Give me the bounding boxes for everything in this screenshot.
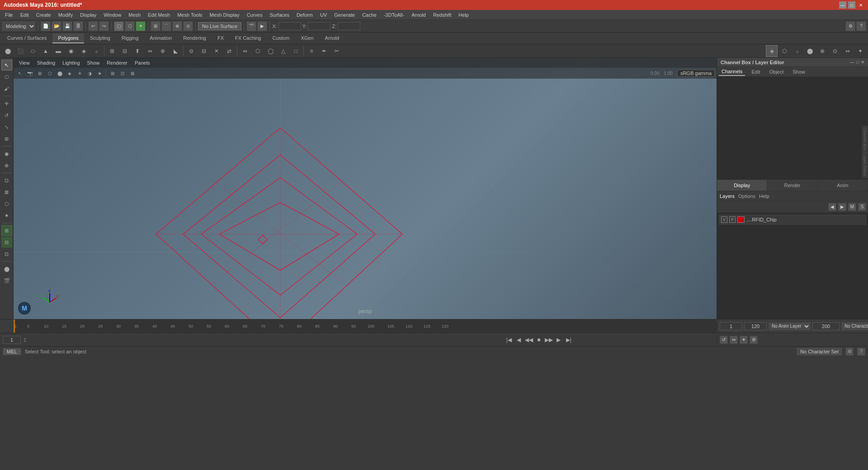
menu-arnold[interactable]: Arnold xyxy=(408,11,429,19)
ipr-render-button[interactable]: ▶ xyxy=(257,21,267,31)
vp-frame-sel-btn[interactable]: ⊠ xyxy=(128,69,137,77)
menu-generate[interactable]: Generate xyxy=(331,11,358,19)
menu-help[interactable]: Help xyxy=(455,11,472,19)
settings-button[interactable]: ⚙ xyxy=(845,21,855,31)
tab-rigging[interactable]: Rigging xyxy=(116,33,144,43)
vp-quality-btn[interactable]: ★ xyxy=(95,69,104,77)
rotate-tool-btn[interactable]: ↺ xyxy=(1,110,12,121)
menu-redshift[interactable]: Redshift xyxy=(430,11,454,19)
dst-tab-options[interactable]: Options xyxy=(738,193,755,199)
snap-point-button[interactable]: ⊕ xyxy=(172,21,182,31)
tab-xgen[interactable]: XGen xyxy=(295,33,319,43)
bevel-icon-btn[interactable]: ◣ xyxy=(170,45,181,57)
vp-select-btn[interactable]: ↖ xyxy=(15,69,24,77)
sculpt-geo-icon-btn[interactable]: ✒ xyxy=(318,45,330,57)
new-scene-button[interactable]: 📄 xyxy=(41,21,51,31)
pb-ping-btn[interactable]: ⇔ xyxy=(730,336,738,344)
tab-animation[interactable]: Animation xyxy=(144,33,177,43)
menu-mesh-display[interactable]: Mesh Display xyxy=(207,11,243,19)
vp-frame-all-btn[interactable]: ⊡ xyxy=(118,69,127,77)
scale-tool-btn[interactable]: ⤡ xyxy=(1,122,12,132)
tab-sculpting[interactable]: Sculpting xyxy=(85,33,116,43)
status-help-btn[interactable]: ? xyxy=(857,348,865,356)
menu-edit[interactable]: Edit xyxy=(17,11,32,19)
layer-color-swatch[interactable] xyxy=(737,216,745,223)
anim-layer-select[interactable]: No Anim Layer xyxy=(769,322,811,330)
save-scene-button[interactable]: 💾 xyxy=(62,21,72,31)
minimize-button[interactable]: — xyxy=(839,1,846,9)
select-mode-btn[interactable]: ↖ xyxy=(1,60,12,70)
prism-icon-btn[interactable]: ◈ xyxy=(78,45,90,57)
display-tab-render[interactable]: Render xyxy=(767,180,817,191)
menu-3dto-all[interactable]: -3DToAll- xyxy=(381,11,407,19)
delete-edge-icon-btn[interactable]: ✕ xyxy=(211,45,222,57)
layer-editor-lt-btn[interactable]: ⊡ xyxy=(1,249,12,259)
menu-modify[interactable]: Modify xyxy=(55,11,76,19)
multi-cut-icon-btn[interactable]: ✂ xyxy=(331,45,343,57)
merge-icon-btn[interactable]: ⊕ xyxy=(157,45,169,57)
display-tab-anim[interactable]: Anim xyxy=(818,180,868,191)
vp-display-btn[interactable]: ⊞ xyxy=(35,69,44,77)
lighting-menu[interactable]: Lighting xyxy=(60,59,83,66)
vp-grid-btn[interactable]: ⊞ xyxy=(108,69,117,77)
close-button[interactable]: ✕ xyxy=(857,1,864,9)
cb-minimize-btn[interactable]: — xyxy=(850,60,854,65)
sculpt-geo-lt-btn[interactable]: ⬡ xyxy=(1,198,12,209)
tweak-btn[interactable]: ✦ xyxy=(854,45,866,57)
shading-menu[interactable]: Shading xyxy=(34,59,58,66)
pb-anim-btn[interactable]: ✦ xyxy=(740,336,748,344)
menu-mesh[interactable]: Mesh xyxy=(125,11,144,19)
cone-icon-btn[interactable]: ▲ xyxy=(40,45,52,57)
open-scene-button[interactable]: 📂 xyxy=(52,21,61,31)
go-to-start-btn[interactable]: |◀ xyxy=(505,336,513,344)
smooth-icon-btn[interactable]: ◯ xyxy=(264,45,276,57)
paint-select-btn[interactable]: 🖌 xyxy=(1,83,12,94)
menu-deform[interactable]: Deform xyxy=(293,11,316,19)
pyramid-icon-btn[interactable]: ⬦ xyxy=(90,45,102,57)
cb-tab-edit[interactable]: Edit xyxy=(749,68,763,75)
redo-button[interactable]: ↪ xyxy=(99,21,109,31)
menu-create[interactable]: Create xyxy=(33,11,54,19)
title-bar-controls[interactable]: — □ ✕ xyxy=(839,1,864,9)
tab-custom[interactable]: Custom xyxy=(267,33,295,43)
lasso-tool-button[interactable]: ⬡ xyxy=(125,21,135,31)
menu-file[interactable]: File xyxy=(2,11,16,19)
menu-surfaces[interactable]: Surfaces xyxy=(266,11,292,19)
soft-select-btn[interactable]: ⊙ xyxy=(829,45,841,57)
pb-settings-btn[interactable]: ⚙ xyxy=(750,336,758,344)
vp-lights-btn[interactable]: ☀ xyxy=(75,69,84,77)
tab-rendering[interactable]: Rendering xyxy=(178,33,212,43)
step-back-btn[interactable]: ◀ xyxy=(515,336,523,344)
menu-mesh-tools[interactable]: Mesh Tools xyxy=(174,11,205,19)
global-stitch-btn[interactable]: ⊠ xyxy=(1,187,12,197)
snap-settings-btn[interactable]: ⊡ xyxy=(1,175,12,186)
torus-icon-btn[interactable]: ◉ xyxy=(65,45,77,57)
tab-polygons[interactable]: Polygons xyxy=(52,33,84,43)
layer-next-btn[interactable]: ▶ xyxy=(838,203,846,211)
cb-tab-object[interactable]: Object xyxy=(766,68,786,75)
maximize-button[interactable]: □ xyxy=(848,1,855,9)
timeline-max-field[interactable] xyxy=(812,322,840,330)
help-icon-button[interactable]: ? xyxy=(856,21,866,31)
workspace-select[interactable]: Modeling xyxy=(2,21,36,31)
vp-textured-btn[interactable]: ◈ xyxy=(65,69,74,77)
menu-window[interactable]: Window xyxy=(100,11,124,19)
slide-edge-icon-btn[interactable]: ⇄ xyxy=(223,45,235,57)
mel-indicator[interactable]: MEL xyxy=(3,348,21,355)
gamma-display[interactable]: sRGB gamma xyxy=(677,70,715,77)
cb-float-btn[interactable]: □ xyxy=(856,60,859,65)
sphere-icon-btn[interactable]: ⬤ xyxy=(2,45,14,57)
cube-icon-btn[interactable]: ⬛ xyxy=(14,45,26,57)
move-tool-btn[interactable]: ✛ xyxy=(1,98,12,109)
play-forward-btn[interactable]: ▶▶ xyxy=(545,336,553,344)
attr-editor-btn[interactable]: ⊞ xyxy=(1,225,12,236)
soft-sel-btn[interactable]: ◉ xyxy=(1,148,12,159)
outliner-btn[interactable]: ⊟ xyxy=(1,237,12,248)
vp-wireframe-btn[interactable]: ⬡ xyxy=(45,69,54,77)
stop-btn[interactable]: ■ xyxy=(535,336,543,344)
loop-cut-icon-btn[interactable]: ⊝ xyxy=(185,45,197,57)
play-back-btn[interactable]: ◀◀ xyxy=(525,336,533,344)
transform-tool-btn[interactable]: ⊞ xyxy=(1,133,12,144)
fill-hole-icon-btn[interactable]: ⬡ xyxy=(252,45,264,57)
triangulate-icon-btn[interactable]: △ xyxy=(277,45,289,57)
